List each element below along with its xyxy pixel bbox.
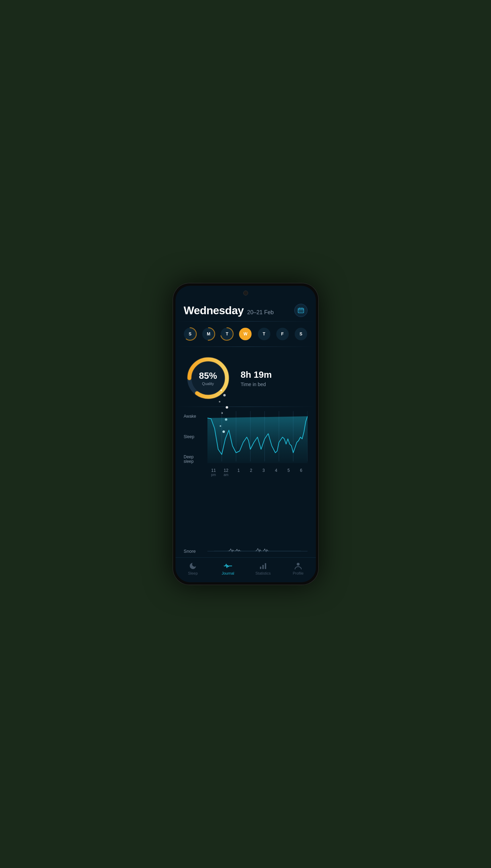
snore-label: Snore xyxy=(184,549,202,554)
calendar-icon xyxy=(298,307,304,314)
nav-item-statistics[interactable]: Statistics xyxy=(251,560,275,577)
svg-point-25 xyxy=(219,401,220,403)
nav-label-sleep: Sleep xyxy=(188,571,198,575)
phone-frame: Wednesday 20–21 Feb xyxy=(173,283,319,585)
day-btn-fri[interactable]: F xyxy=(275,326,290,342)
day-name: Wednesday xyxy=(184,304,244,317)
quality-percent: 85% xyxy=(199,370,217,381)
time-4-num: 4 xyxy=(270,468,283,473)
nav-label-statistics: Statistics xyxy=(255,571,271,575)
time-tick-4: 4 xyxy=(270,468,283,477)
svg-point-26 xyxy=(223,394,226,397)
day-label-wed: W xyxy=(244,332,247,336)
y-label-deep: Deepsleep xyxy=(184,455,205,464)
day-label-mon: M xyxy=(207,332,210,336)
svg-point-24 xyxy=(226,406,228,409)
quality-label: Quality xyxy=(199,382,217,386)
time-value: 8h 19m xyxy=(241,369,308,380)
nav-item-sleep[interactable]: Sleep xyxy=(181,560,205,577)
time-11-sub: pm xyxy=(207,473,220,477)
svg-rect-5 xyxy=(302,311,303,311)
quality-circle: 85% Quality xyxy=(184,354,232,402)
nav-label-profile: Profile xyxy=(293,571,303,575)
snore-row: Snore xyxy=(175,545,316,557)
day-btn-mon[interactable]: M xyxy=(201,326,216,342)
svg-point-39 xyxy=(297,563,300,566)
day-btn-sun[interactable]: S xyxy=(182,326,198,342)
day-btn-thu[interactable]: T xyxy=(256,326,272,342)
svg-rect-0 xyxy=(298,308,304,313)
time-tick-2: 2 xyxy=(245,468,257,477)
header: Wednesday 20–21 Feb xyxy=(175,300,316,320)
sleep-chart xyxy=(207,411,308,467)
quality-text: 85% Quality xyxy=(199,370,217,386)
time-tick-1: 1 xyxy=(232,468,245,477)
day-label-tue: T xyxy=(226,332,228,336)
time-axis: 11 pm 12 am 1 2 3 xyxy=(184,468,308,477)
quality-section: 85% Quality 8h 19m Time in bed xyxy=(175,348,316,405)
time-3-num: 3 xyxy=(257,468,270,473)
svg-rect-37 xyxy=(262,565,264,569)
time-info: 8h 19m Time in bed xyxy=(241,369,308,387)
header-title: Wednesday 20–21 Feb xyxy=(184,304,274,317)
time-6-num: 6 xyxy=(295,468,308,473)
time-2-num: 2 xyxy=(245,468,257,473)
moon-icon xyxy=(189,562,197,570)
bottom-nav: Sleep Journal Statistics xyxy=(175,557,316,582)
time-tick-5: 5 xyxy=(283,468,295,477)
time-label: Time in bed xyxy=(241,382,308,387)
sparkle-decoration xyxy=(198,387,219,394)
phone-screen: Wednesday 20–21 Feb xyxy=(175,286,316,582)
day-btn-tue[interactable]: T xyxy=(219,326,235,342)
date-range: 20–21 Feb xyxy=(247,309,274,316)
day-label-thu: T xyxy=(263,332,265,336)
calendar-button[interactable] xyxy=(294,304,308,317)
chart-section: Awake Sleep Deepsleep xyxy=(175,408,316,543)
bar-chart-icon xyxy=(259,562,267,570)
nav-label-journal: Journal xyxy=(222,571,234,575)
day-btn-sat[interactable]: S xyxy=(293,326,309,342)
time-tick-11: 11 pm xyxy=(207,468,220,477)
heartbeat-icon xyxy=(223,562,232,570)
svg-rect-4 xyxy=(301,311,301,311)
person-icon xyxy=(294,562,302,570)
time-12-num: 12 xyxy=(220,468,232,473)
svg-rect-3 xyxy=(299,311,300,311)
screen-content: Wednesday 20–21 Feb xyxy=(175,286,316,582)
time-12-sub: am xyxy=(220,473,232,477)
day-label-fri: F xyxy=(281,332,284,336)
svg-rect-36 xyxy=(260,567,261,569)
time-5-num: 5 xyxy=(283,468,295,473)
time-tick-6: 6 xyxy=(295,468,308,477)
time-tick-3: 3 xyxy=(257,468,270,477)
nav-item-journal[interactable]: Journal xyxy=(216,560,240,577)
svg-rect-2 xyxy=(302,308,302,309)
time-1-num: 1 xyxy=(232,468,245,473)
snore-line xyxy=(207,548,308,554)
header-divider xyxy=(175,321,316,322)
camera-notch xyxy=(243,291,248,295)
day-btn-wed[interactable]: W xyxy=(238,326,253,342)
svg-rect-1 xyxy=(300,308,300,309)
time-tick-12: 12 am xyxy=(220,468,232,477)
svg-point-27 xyxy=(220,390,222,391)
day-label-sun: S xyxy=(189,332,191,336)
day-label-sat: S xyxy=(300,332,302,336)
nav-item-profile[interactable]: Profile xyxy=(286,560,310,577)
time-11-num: 11 xyxy=(207,468,220,473)
svg-rect-38 xyxy=(265,563,266,569)
day-selector: S M T xyxy=(175,323,316,345)
quality-divider xyxy=(175,347,316,347)
